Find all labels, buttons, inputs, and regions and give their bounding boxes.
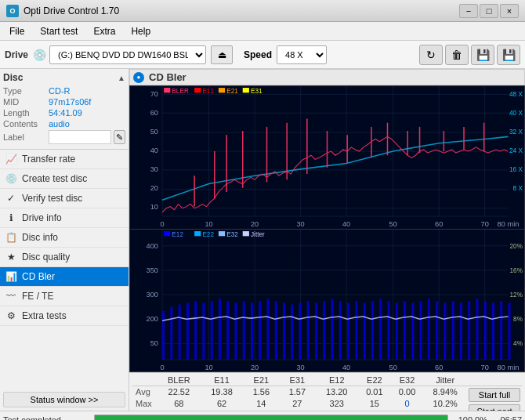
svg-text:16%: 16% xyxy=(510,267,523,274)
menu-extra[interactable]: Extra xyxy=(87,24,121,38)
disc-section: Disc ▲ Type CD-R MID 97m17s06f Length 54… xyxy=(0,69,129,150)
svg-rect-107 xyxy=(194,301,197,360)
col-header-jitter: Jitter xyxy=(423,375,467,386)
svg-rect-143 xyxy=(484,301,487,360)
sidebar-item-fe-te[interactable]: 〰 FE / TE xyxy=(0,287,129,306)
svg-text:E12: E12 xyxy=(172,231,183,238)
drive-select[interactable]: (G:) BENQ DVD DD DW1640 BSLB xyxy=(49,45,206,64)
max-e31: 27 xyxy=(279,398,315,409)
sidebar-item-cd-bler[interactable]: 📊 CD Bler xyxy=(0,267,129,287)
svg-rect-118 xyxy=(283,302,285,360)
svg-rect-128 xyxy=(364,302,366,360)
contents-label: Contents xyxy=(3,119,49,129)
svg-text:30: 30 xyxy=(296,219,304,227)
sidebar-item-create-test-disc[interactable]: 💿 Create test disc xyxy=(0,169,129,189)
svg-text:80 min: 80 min xyxy=(498,219,520,227)
sidebar-item-transfer-rate[interactable]: 📈 Transfer rate xyxy=(0,150,129,169)
sidebar-item-drive-info[interactable]: ℹ Drive info xyxy=(0,208,129,228)
svg-rect-130 xyxy=(379,299,382,360)
data-table-area: BLER E11 E21 E31 E12 E22 E32 Jitter Avg xyxy=(129,372,525,411)
total-e11: 63589 xyxy=(201,409,244,411)
svg-rect-146 xyxy=(508,302,510,360)
svg-rect-125 xyxy=(339,301,342,360)
create-test-disc-icon: 💿 xyxy=(5,172,17,185)
col-header-bler: BLER xyxy=(158,375,201,386)
erase-button[interactable]: 🗑 xyxy=(445,45,469,65)
svg-rect-111 xyxy=(226,301,229,360)
drive-info-icon: ℹ xyxy=(5,212,17,224)
svg-rect-44 xyxy=(243,88,249,92)
svg-rect-139 xyxy=(452,301,454,360)
svg-text:10: 10 xyxy=(205,219,212,227)
status-window-button[interactable]: Status window >> xyxy=(3,392,125,407)
max-e22: 15 xyxy=(358,398,391,409)
sidebar-item-verify-test-disc[interactable]: ✓ Verify test disc xyxy=(0,189,129,208)
col-header-e21: E21 xyxy=(243,375,279,386)
menu-file[interactable]: File xyxy=(3,24,31,38)
svg-text:E31: E31 xyxy=(251,88,262,95)
svg-text:0: 0 xyxy=(160,363,164,371)
svg-text:70: 70 xyxy=(150,90,158,98)
start-part-button[interactable]: Start part xyxy=(469,404,520,411)
sidebar-item-disc-quality[interactable]: ★ Disc quality xyxy=(0,248,129,267)
chart-title: CD Bler xyxy=(149,71,186,83)
svg-text:4%: 4% xyxy=(513,340,523,347)
titlebar-controls[interactable]: − □ × xyxy=(459,4,519,18)
burn-button[interactable]: 💾 xyxy=(471,45,494,65)
nav-items: 📈 Transfer rate 💿 Create test disc ✓ Ver… xyxy=(0,150,129,389)
svg-rect-105 xyxy=(179,304,181,360)
svg-rect-117 xyxy=(275,301,277,360)
save-button[interactable]: 💾 xyxy=(497,45,520,65)
svg-rect-138 xyxy=(444,302,446,360)
avg-e22: 0.01 xyxy=(358,386,391,398)
svg-text:48 X: 48 X xyxy=(509,91,523,98)
speed-label: Speed xyxy=(244,49,272,60)
refresh-button[interactable]: ↻ xyxy=(419,45,443,65)
main-content: ● CD Bler xyxy=(129,69,525,411)
svg-rect-133 xyxy=(404,301,406,360)
label-input[interactable] xyxy=(49,130,111,144)
svg-text:70: 70 xyxy=(481,363,489,371)
disc-type-row: Type CD-R xyxy=(3,86,125,96)
table-row-avg: Avg 22.52 19.38 1.56 1.57 13.20 0.01 0.0… xyxy=(132,386,522,398)
sidebar-item-disc-info[interactable]: 📋 Disc info xyxy=(0,228,129,248)
svg-text:40 X: 40 X xyxy=(509,110,523,117)
svg-rect-112 xyxy=(234,302,237,360)
svg-text:70: 70 xyxy=(481,219,489,227)
speed-select[interactable]: 48 X xyxy=(277,45,327,64)
drive-selector-wrapper: 💿 (G:) BENQ DVD DD DW1640 BSLB xyxy=(33,45,206,64)
col-header-e31: E31 xyxy=(279,375,315,386)
col-header-e22: E22 xyxy=(358,375,391,386)
max-e12: 323 xyxy=(315,398,358,409)
svg-rect-140 xyxy=(460,302,462,360)
start-full-button[interactable]: Start full xyxy=(469,388,520,402)
svg-rect-144 xyxy=(492,302,494,360)
svg-rect-123 xyxy=(323,301,325,360)
toolbar: Drive 💿 (G:) BENQ DVD DD DW1640 BSLB ⏏ S… xyxy=(0,41,525,69)
label-edit-button[interactable]: ✎ xyxy=(114,130,125,144)
main-layout: Disc ▲ Type CD-R MID 97m17s06f Length 54… xyxy=(0,69,525,411)
svg-rect-137 xyxy=(436,301,438,360)
svg-rect-136 xyxy=(428,299,430,360)
maximize-button[interactable]: □ xyxy=(480,4,498,18)
svg-rect-97 xyxy=(194,231,201,236)
sidebar-item-extra-tests[interactable]: ⚙ Extra tests xyxy=(0,306,129,326)
minimize-button[interactable]: − xyxy=(459,4,478,18)
fe-te-icon: 〰 xyxy=(5,290,17,302)
svg-rect-95 xyxy=(164,231,170,236)
menu-help[interactable]: Help xyxy=(125,24,157,38)
length-value: 54:41.09 xyxy=(49,108,82,118)
eject-button[interactable]: ⏏ xyxy=(211,45,233,64)
svg-text:E32: E32 xyxy=(226,231,238,238)
max-e32: 0 xyxy=(391,398,424,409)
nav-label-cd-bler: CD Bler xyxy=(22,271,55,282)
disc-collapse-button[interactable]: ▲ xyxy=(118,74,125,82)
close-button[interactable]: × xyxy=(500,4,519,18)
menu-start-test[interactable]: Start test xyxy=(34,24,84,38)
avg-e11: 19.38 xyxy=(201,386,244,398)
svg-rect-115 xyxy=(259,301,261,360)
col-header-e32: E32 xyxy=(391,375,424,386)
svg-rect-119 xyxy=(291,304,293,360)
total-jitter xyxy=(423,409,467,411)
svg-text:50: 50 xyxy=(150,128,158,136)
